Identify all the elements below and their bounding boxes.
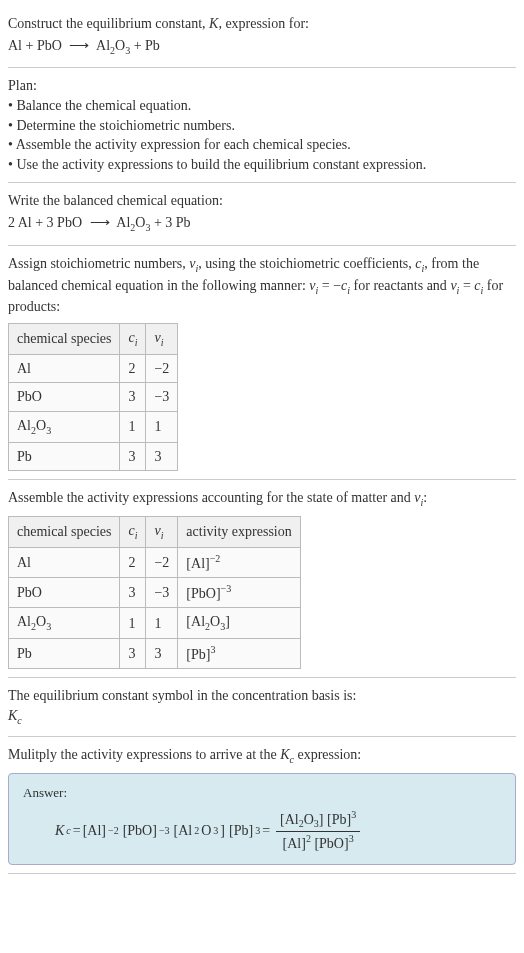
table-row: Al2O3 1 1 [Al2O3] — [9, 608, 301, 639]
K-sub: c — [17, 715, 21, 726]
activity-section: Assemble the activity expressions accoun… — [8, 480, 516, 678]
arrow-icon: ⟶ — [90, 215, 110, 230]
cell-c: 3 — [120, 578, 146, 608]
cell-nu: −3 — [146, 383, 178, 412]
fraction: [Al2O3] [Pb]3 [Al]2 [PbO]3 — [276, 808, 360, 854]
plan-title: Plan: — [8, 76, 516, 96]
answer-label: Answer: — [23, 784, 501, 802]
bal-left: 2 Al + 3 PbO — [8, 215, 82, 230]
cell-c: 1 — [120, 608, 146, 639]
fraction-numerator: [Al2O3] [Pb]3 — [276, 808, 360, 832]
bal-rest: + 3 Pb — [150, 215, 190, 230]
arrow-icon: ⟶ — [69, 38, 89, 53]
eq-pos: = — [459, 278, 474, 293]
cell-species: Al — [9, 547, 120, 577]
cell-c: 1 — [120, 411, 146, 442]
answer-box: Answer: Kc = [Al]−2 [PbO]−3 [Al2O3] [Pb]… — [8, 773, 516, 865]
ans-K-sub: c — [66, 824, 70, 838]
unbalanced-equation: Al + PbO ⟶ Al2O3 + Pb — [8, 36, 516, 58]
ans-t2: [PbO] — [123, 821, 157, 841]
stoich-table: chemical species ci νi Al 2 −2 PbO 3 −3 … — [8, 323, 178, 471]
title-K: K — [209, 16, 218, 31]
col-nu: νi — [146, 323, 178, 354]
cell-species: Al — [9, 354, 120, 383]
cell-c: 3 — [120, 639, 146, 669]
mult-text2: expression: — [294, 747, 361, 762]
cell-activity: [Al]−2 — [178, 547, 300, 577]
fraction-denominator: [Al]2 [PbO]3 — [279, 832, 358, 853]
expr-base: [PbO] — [186, 586, 220, 601]
cell-activity: [Pb]3 — [178, 639, 300, 669]
answer-section: Mulitply the activity expressions to arr… — [8, 737, 516, 874]
mult-K: K — [280, 747, 289, 762]
cell-c: 2 — [120, 354, 146, 383]
stoich-text4: for reactants and — [350, 278, 450, 293]
activity-intro: Assemble the activity expressions accoun… — [8, 488, 516, 510]
mult-text: Mulitply the activity expressions to arr… — [8, 747, 280, 762]
eq-o: O — [115, 38, 125, 53]
K-symbol: K — [8, 708, 17, 723]
expr-sup: −3 — [221, 583, 232, 594]
ans-t2sup: −3 — [159, 824, 170, 838]
problem-statement: Construct the equilibrium constant, K, e… — [8, 4, 516, 68]
ans-t4: [Pb] — [229, 821, 253, 841]
ans-t3al: [Al — [174, 821, 193, 841]
nu-header-sub: i — [161, 337, 164, 348]
expr-sup: 3 — [210, 644, 215, 655]
o-text: O — [36, 418, 46, 433]
table-row: Pb 3 3 — [9, 442, 178, 471]
nu-header-sub: i — [161, 530, 164, 541]
expr-al: [Al — [186, 614, 205, 629]
act-text: Assemble the activity expressions accoun… — [8, 490, 414, 505]
num-pbsup: 3 — [351, 809, 356, 820]
table-row: PbO 3 −3 — [9, 383, 178, 412]
expr-close: ] — [225, 614, 230, 629]
c-header-sub: i — [135, 530, 138, 541]
ans-t1sup: −2 — [108, 824, 119, 838]
ans-eq: = — [73, 821, 81, 841]
table-header-row: chemical species ci νi — [9, 323, 178, 354]
o-sub: 3 — [46, 425, 51, 436]
num-pb: [Pb] — [327, 811, 351, 826]
ans-eq2: = — [262, 821, 270, 841]
ans-t3close: ] — [220, 821, 225, 841]
col-c: ci — [120, 517, 146, 548]
expr-base: [Pb] — [186, 647, 210, 662]
ans-t3o: O — [201, 821, 211, 841]
plan-item-3: • Assemble the activity expression for e… — [8, 135, 516, 155]
cell-nu: 1 — [146, 608, 178, 639]
col-activity: activity expression — [178, 517, 300, 548]
title-part1: Construct the equilibrium constant, — [8, 16, 209, 31]
cell-activity: [Al2O3] — [178, 608, 300, 639]
stoich-intro: Assign stoichiometric numbers, νi, using… — [8, 254, 516, 317]
eq-al: Al — [96, 38, 110, 53]
plan-section: Plan: • Balance the chemical equation. •… — [8, 68, 516, 183]
symbol-kc: Kc — [8, 706, 516, 728]
cell-species: PbO — [9, 578, 120, 608]
table-row: PbO 3 −3 [PbO]−3 — [9, 578, 301, 608]
cell-species: Pb — [9, 639, 120, 669]
bal-al: Al — [116, 215, 130, 230]
plan-item-1: • Balance the chemical equation. — [8, 96, 516, 116]
den-pbo: [PbO] — [311, 836, 349, 851]
multiply-intro: Mulitply the activity expressions to arr… — [8, 745, 516, 767]
c-header-sub: i — [135, 337, 138, 348]
activity-table: chemical species ci νi activity expressi… — [8, 516, 301, 669]
cell-species: Al2O3 — [9, 608, 120, 639]
col-species: chemical species — [9, 517, 120, 548]
table-row: Al2O3 1 1 — [9, 411, 178, 442]
ans-K: K — [55, 821, 64, 841]
cell-species: PbO — [9, 383, 120, 412]
cell-nu: −2 — [146, 354, 178, 383]
cell-c: 3 — [120, 442, 146, 471]
symbol-intro: The equilibrium constant symbol in the c… — [8, 686, 516, 706]
col-species: chemical species — [9, 323, 120, 354]
cell-nu: 1 — [146, 411, 178, 442]
title-part2: , expression for: — [218, 16, 309, 31]
ans-t3s1: 2 — [194, 824, 199, 838]
table-row: Al 2 −2 [Al]−2 — [9, 547, 301, 577]
num-al: [Al — [280, 811, 299, 826]
plan-item-2: • Determine the stoichiometric numbers. — [8, 116, 516, 136]
bal-o: O — [135, 215, 145, 230]
cell-c: 2 — [120, 547, 146, 577]
